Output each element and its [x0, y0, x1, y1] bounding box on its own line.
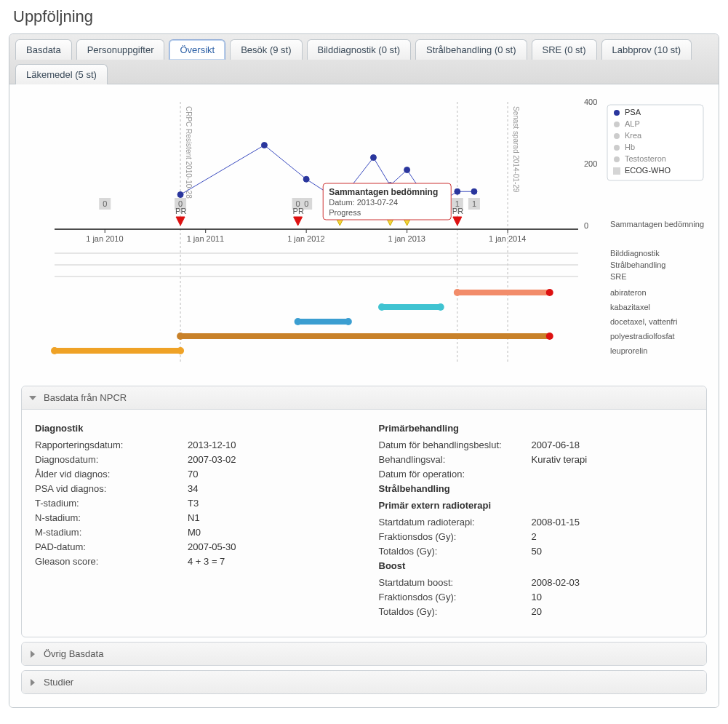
section-title: Diagnostik [35, 423, 350, 434]
field-label: Startdatum radioterapi: [379, 517, 532, 528]
field-label: T-stadium: [35, 498, 188, 509]
svg-point-93 [614, 110, 620, 116]
svg-text:Senast sparad 2014-01-29: Senast sparad 2014-01-29 [512, 106, 520, 193]
svg-point-95 [614, 122, 620, 127]
svg-point-77 [295, 318, 302, 325]
svg-text:kabazitaxel: kabazitaxel [610, 303, 650, 311]
svg-marker-59 [453, 217, 462, 226]
svg-point-20 [261, 143, 267, 148]
tab[interactable]: Labbprov (10 st) [601, 39, 692, 60]
svg-text:400: 400 [584, 98, 597, 106]
accordion-header[interactable]: Basdata från NPCR [22, 386, 706, 410]
field-value: 70 [188, 469, 350, 480]
svg-point-78 [345, 318, 352, 325]
field-value: 2007-03-02 [188, 454, 350, 465]
field-label: Fraktionsdos (Gy): [379, 592, 532, 602]
svg-text:CRPC Resistent 2010-10-28: CRPC Resistent 2010-10-28 [185, 106, 193, 199]
svg-point-73 [378, 303, 385, 311]
svg-point-85 [51, 347, 58, 354]
field-value: M0 [188, 527, 350, 538]
chevron-down-icon [31, 679, 35, 686]
svg-text:Testosteron: Testosteron [625, 154, 666, 163]
svg-text:1 jan 2010: 1 jan 2010 [86, 234, 123, 243]
svg-point-28 [471, 188, 477, 194]
svg-text:PR: PR [175, 207, 186, 215]
field-value: 2 [532, 531, 694, 542]
accordion-header[interactable]: Studier [22, 671, 706, 693]
svg-marker-50 [176, 217, 185, 226]
svg-point-82 [546, 333, 553, 340]
tab-panel: BasdataPersonuppgifterÖversiktBesök (9 s… [9, 33, 719, 708]
svg-text:Datum: 2013-07-24: Datum: 2013-07-24 [329, 198, 398, 207]
svg-text:0: 0 [584, 221, 588, 230]
field-label: Datum för operation: [379, 469, 532, 480]
field-label: M-stadium: [35, 527, 188, 538]
svg-point-81 [177, 333, 184, 340]
section-title: Strålbehandling [379, 483, 694, 494]
tab[interactable]: Bilddiagnostik (0 st) [307, 39, 411, 60]
field-value [532, 469, 694, 480]
svg-point-101 [614, 156, 620, 162]
tab[interactable]: Basdata [15, 39, 72, 60]
svg-text:docetaxel, vattenfri: docetaxel, vattenfri [610, 317, 677, 326]
field-value: 20 [532, 606, 694, 617]
section-subtitle: Primär extern radioterapi [379, 500, 694, 511]
accordion-header[interactable]: Övrig Basdata [22, 643, 706, 665]
tab[interactable]: Personuppgifter [76, 39, 165, 60]
field-value: Kurativ terapi [532, 454, 694, 465]
svg-text:ECOG-WHO: ECOG-WHO [625, 166, 671, 175]
tab[interactable]: Strålbehandling (0 st) [415, 39, 527, 60]
accordion-title: Basdata från NPCR [44, 392, 127, 403]
field-label: Diagnosdatum: [35, 454, 188, 465]
overview-chart[interactable]: CRPC Resistent 2010-10-28Senast sparad 2… [25, 95, 703, 371]
svg-text:1 jan 2014: 1 jan 2014 [489, 234, 526, 243]
svg-text:1 jan 2013: 1 jan 2013 [388, 234, 425, 243]
field-value: 4 + 3 = 7 [188, 556, 350, 567]
accordion-title: Övrig Basdata [44, 648, 103, 659]
tab[interactable]: Besök (9 st) [230, 39, 302, 60]
chevron-down-icon [31, 651, 35, 658]
field-value: 2007-05-30 [188, 541, 350, 552]
svg-text:leuprorelin: leuprorelin [610, 346, 647, 355]
field-value: 34 [188, 483, 350, 494]
svg-text:PR: PR [452, 207, 463, 215]
accordion: Basdata från NPCRDiagnostikRapporterings… [21, 386, 707, 637]
svg-marker-52 [294, 217, 303, 226]
svg-point-74 [437, 303, 444, 311]
field-label: PAD-datum: [35, 541, 188, 552]
field-value: 50 [532, 546, 694, 557]
field-value: 2007-06-18 [532, 439, 694, 450]
svg-text:1: 1 [472, 199, 476, 208]
field-value: 2013-12-10 [188, 439, 350, 450]
svg-text:SRE: SRE [610, 272, 627, 281]
svg-text:abirateron: abirateron [610, 288, 647, 297]
tab[interactable]: Översikt [169, 39, 225, 60]
accordion: Studier [21, 670, 707, 694]
accordion: Övrig Basdata [21, 642, 707, 666]
tab[interactable]: SRE (0 st) [532, 39, 597, 60]
accordion-body: DiagnostikRapporteringsdatum:2013-12-10D… [22, 410, 706, 637]
svg-text:Sammantagen bedömning: Sammantagen bedömning [610, 220, 704, 228]
svg-text:PSA: PSA [625, 108, 641, 116]
svg-text:Sammantagen bedömning: Sammantagen bedömning [329, 187, 438, 197]
field-label: Totaldos (Gy): [379, 606, 532, 617]
accordion-title: Studier [44, 677, 73, 688]
svg-point-70 [546, 289, 553, 296]
tab[interactable]: Läkemedel (5 st) [15, 64, 108, 84]
svg-text:1 jan 2011: 1 jan 2011 [187, 234, 224, 243]
svg-text:polyestradiolfosfat: polyestradiolfosfat [610, 332, 675, 341]
svg-text:0: 0 [103, 199, 107, 208]
field-label: Ålder vid diagnos: [35, 469, 188, 480]
svg-point-97 [614, 133, 620, 139]
page-title: Uppföljning [13, 7, 719, 26]
svg-point-69 [454, 289, 461, 296]
field-value: T3 [188, 498, 350, 509]
field-label: Datum för behandlingsbeslut: [379, 439, 532, 450]
section-title: Primärbehandling [379, 423, 694, 434]
field-label: Totaldos (Gy): [379, 546, 532, 557]
field-label: Behandlingsval: [379, 454, 532, 465]
svg-text:ALP: ALP [625, 119, 640, 128]
field-label: Startdatum boost: [379, 577, 532, 588]
svg-text:Krea: Krea [625, 131, 642, 140]
svg-point-19 [177, 192, 183, 198]
